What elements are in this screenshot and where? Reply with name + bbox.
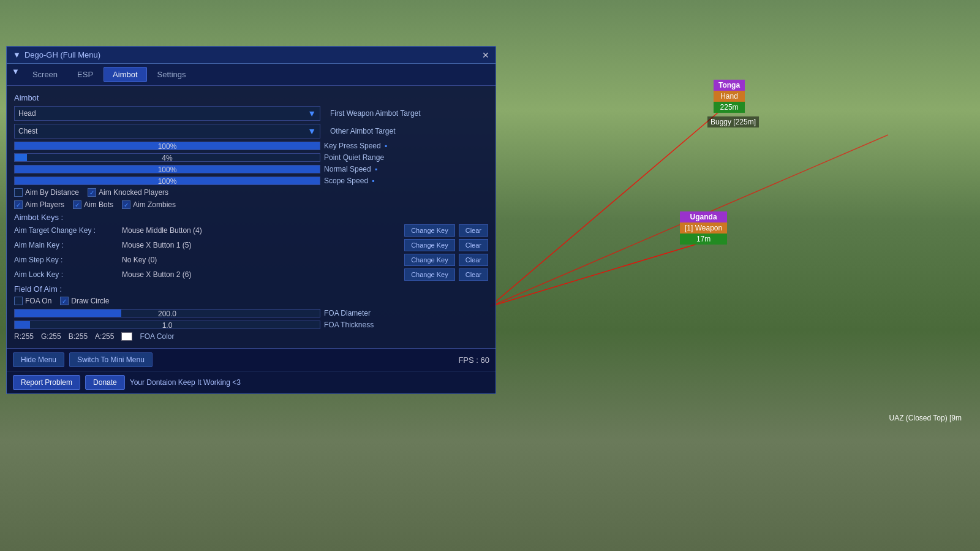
change-key-btn-0[interactable]: Change Key — [404, 224, 455, 237]
cb-aim-players[interactable]: Aim Players — [14, 200, 64, 209]
foa-section-label: Field Of Aim : — [14, 284, 488, 294]
cb-aim-by-distance[interactable]: Aim By Distance — [14, 188, 79, 197]
key-label-2: Aim Step Key : — [14, 256, 118, 264]
slider-normal-speed: 100% Normal Speed ▪ — [14, 165, 488, 173]
cb-box-foa-on — [14, 297, 23, 305]
fps-display: FPS : 60 — [458, 355, 489, 365]
cb-box-aim-bots — [73, 200, 81, 209]
cb-label-aim-by-distance: Aim By Distance — [25, 188, 79, 197]
first-weapon-row: Head ▼ First Weapon Aimbot Target — [14, 106, 488, 121]
slider-label-2: Normal Speed — [324, 165, 371, 173]
hud-uganda: Uganda [1] Weapon 17m — [680, 211, 727, 245]
foa-color-row: R:255 G:255 B:255 A:255 FOA Color — [14, 332, 488, 341]
slider-track-3[interactable]: 100% — [14, 177, 320, 185]
slider-key-press-speed: 100% Key Press Speed ▪ — [14, 142, 488, 150]
key-row-2: Aim Step Key : No Key (0) Change Key Cle… — [14, 254, 488, 266]
tab-indicator-icon: ▼ — [12, 67, 20, 82]
cb-label-aim-bots: Aim Bots — [84, 200, 113, 209]
key-label-3: Aim Lock Key : — [14, 270, 118, 279]
other-target-value: Chest — [18, 127, 37, 135]
slider-icon-3: ▪ — [372, 177, 374, 185]
footer-left-area: Hide Menu Switch To Mini Menu — [13, 352, 153, 367]
other-target-arrow: ▼ — [307, 126, 316, 136]
clear-btn-1[interactable]: Clear — [459, 239, 488, 251]
cb-aim-knocked[interactable]: Aim Knocked Players — [88, 188, 168, 197]
slider-scope-speed: 100% Scope Speed ▪ — [14, 177, 488, 185]
slider-label-foa-d: FOA Diameter — [324, 309, 371, 317]
other-target-dropdown[interactable]: Chest ▼ — [14, 124, 320, 139]
tonga-dist: 225m — [714, 102, 745, 113]
keys-section-label: Aimbot Keys : — [14, 213, 488, 222]
color-b: B:255 — [69, 332, 88, 341]
checkbox-row-2: Aim Players Aim Bots Aim Zombies — [14, 200, 488, 209]
key-value-1: Mouse X Button 1 (5) — [122, 241, 401, 249]
donate-button[interactable]: Donate — [85, 375, 125, 390]
tonga-name: Tonga — [714, 80, 745, 91]
clear-btn-3[interactable]: Clear — [459, 268, 488, 281]
tab-screen[interactable]: Screen — [23, 67, 67, 82]
change-key-btn-3[interactable]: Change Key — [404, 268, 455, 281]
slider-val-foa-t: 1.0 — [15, 321, 320, 330]
change-key-btn-2[interactable]: Change Key — [404, 254, 455, 266]
key-row-1: Aim Main Key : Mouse X Button 1 (5) Chan… — [14, 239, 488, 251]
slider-label-foa-t: FOA Thickness — [324, 321, 374, 329]
hud-tonga: Tonga Hand 225m — [714, 80, 745, 113]
slider-track-2[interactable]: 100% — [14, 165, 320, 173]
cb-box-draw-circle — [60, 297, 69, 305]
other-target-row: Chest ▼ Other Aimbot Target — [14, 124, 488, 139]
uganda-weapon: [1] Weapon — [680, 222, 727, 234]
clear-btn-0[interactable]: Clear — [459, 224, 488, 237]
foa-checkbox-row: FOA On Draw Circle — [14, 297, 488, 305]
cb-label-draw-circle: Draw Circle — [71, 297, 109, 305]
hud-uaz: UAZ (Closed Top) [9m — [889, 414, 962, 422]
slider-label-3: Scope Speed — [324, 177, 368, 185]
change-key-btn-1[interactable]: Change Key — [404, 239, 455, 251]
cb-draw-circle[interactable]: Draw Circle — [60, 297, 109, 305]
slider-label-1: Point Quiet Range — [324, 153, 384, 162]
slider-val-2: 100% — [15, 165, 320, 174]
key-value-2: No Key (0) — [122, 256, 401, 264]
menu-collapse-icon[interactable]: ▼ — [13, 50, 21, 59]
color-preview-swatch[interactable] — [121, 332, 132, 341]
key-value-0: Mouse Middle Button (4) — [122, 226, 401, 235]
slider-icon-0: ▪ — [385, 142, 387, 150]
slider-track-1[interactable]: 4% — [14, 153, 320, 162]
first-weapon-label: First Weapon Aimbot Target — [330, 109, 421, 118]
clear-btn-2[interactable]: Clear — [459, 254, 488, 266]
menu-tabs: ▼ Screen ESP Aimbot Settings — [7, 64, 496, 86]
cb-label-aim-players: Aim Players — [25, 200, 64, 209]
color-g: G:255 — [41, 332, 61, 341]
first-weapon-dropdown[interactable]: Head ▼ — [14, 106, 320, 121]
slider-icon-2: ▪ — [375, 165, 377, 173]
slider-val-foa-d: 200.0 — [15, 310, 320, 318]
cb-label-foa-on: FOA On — [25, 297, 51, 305]
cb-box-aim-by-distance — [14, 188, 23, 197]
hud-buggy: Buggy [225m] — [707, 116, 759, 127]
menu-bottom-bar: Report Problem Donate Your Dontaion Keep… — [7, 371, 496, 393]
slider-track-foa-t[interactable]: 1.0 — [14, 321, 320, 329]
key-row-3: Aim Lock Key : Mouse X Button 2 (6) Chan… — [14, 268, 488, 281]
cb-box-aim-knocked — [88, 188, 96, 197]
cb-aim-zombies[interactable]: Aim Zombies — [122, 200, 176, 209]
color-label: FOA Color — [140, 332, 174, 341]
slider-val-1: 4% — [15, 154, 320, 162]
other-target-label: Other Aimbot Target — [330, 127, 396, 135]
tab-aimbot[interactable]: Aimbot — [104, 67, 146, 82]
aimbot-section-label: Aimbot — [14, 93, 488, 102]
switch-to-mini-button[interactable]: Switch To Mini Menu — [69, 352, 153, 367]
tab-settings[interactable]: Settings — [148, 67, 195, 82]
slider-track-0[interactable]: 100% — [14, 142, 320, 150]
close-button[interactable]: ✕ — [482, 51, 489, 59]
slider-point-quiet: 4% Point Quiet Range — [14, 153, 488, 162]
slider-label-0: Key Press Speed — [324, 142, 381, 150]
key-value-3: Mouse X Button 2 (6) — [122, 270, 401, 279]
report-problem-button[interactable]: Report Problem — [13, 375, 80, 390]
cb-foa-on[interactable]: FOA On — [14, 297, 51, 305]
cb-aim-bots[interactable]: Aim Bots — [73, 200, 113, 209]
slider-track-foa-d[interactable]: 200.0 — [14, 309, 320, 317]
hide-menu-button[interactable]: Hide Menu — [13, 352, 64, 367]
slider-val-3: 100% — [15, 177, 320, 186]
uganda-dist: 17m — [680, 234, 727, 245]
tab-esp[interactable]: ESP — [68, 67, 102, 82]
tonga-item: Hand — [714, 91, 745, 102]
